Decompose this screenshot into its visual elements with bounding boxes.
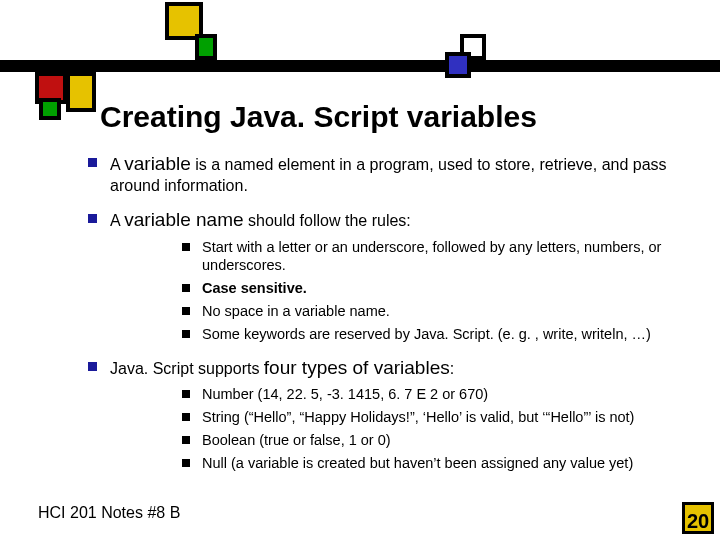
- square-blue-icon: [445, 52, 471, 78]
- list-item: Some keywords are reserved by Java. Scri…: [180, 325, 694, 344]
- bullet-3-name: four types of variables: [264, 357, 450, 378]
- bullet-2-sublist: Start with a letter or an underscore, fo…: [180, 238, 694, 344]
- square-green-left-icon: [39, 98, 61, 120]
- bullet-1-pre: A: [110, 156, 124, 173]
- list-item: No space in a variable name.: [180, 302, 694, 321]
- list-item: Boolean (true or false, 1 or 0): [180, 431, 694, 450]
- header-decoration: [0, 0, 720, 100]
- list-item: Start with a letter or an underscore, fo…: [180, 238, 694, 276]
- bullet-3: Java. Script supports four types of vari…: [84, 356, 694, 473]
- square-green-icon: [195, 34, 217, 60]
- slide-body: A variable is a named element in a progr…: [84, 152, 694, 485]
- list-item: Number (14, 22. 5, -3. 1415, 6. 7 E 2 or…: [180, 385, 694, 404]
- bullet-2-name: variable name: [124, 209, 243, 230]
- bullet-2-pre: A: [110, 212, 124, 229]
- square-yellow-left-icon: [66, 72, 96, 112]
- footer-note: HCI 201 Notes #8 B: [38, 504, 180, 522]
- page-number: 20: [682, 502, 714, 534]
- slide-title: Creating Java. Script variables: [100, 100, 537, 134]
- list-item: Case sensitive.: [180, 279, 694, 298]
- bullet-3-post: :: [450, 360, 454, 377]
- bullet-2-post: should follow the rules:: [244, 212, 411, 229]
- bullet-2: A variable name should follow the rules:…: [84, 208, 694, 344]
- list-item: String (“Hello”, “Happy Holidays!”, ‘Hel…: [180, 408, 694, 427]
- bullet-3-pre: Java. Script supports: [110, 360, 264, 377]
- bullet-3-sublist: Number (14, 22. 5, -3. 1415, 6. 7 E 2 or…: [180, 385, 694, 472]
- list-item-bold: Case sensitive.: [202, 280, 307, 296]
- bullet-1-name: variable: [124, 153, 191, 174]
- bullet-1: A variable is a named element in a progr…: [84, 152, 694, 196]
- bullet-1-post: is a named element in a program, used to…: [110, 156, 667, 194]
- header-bar: [0, 60, 720, 72]
- list-item: Null (a variable is created but haven’t …: [180, 454, 694, 473]
